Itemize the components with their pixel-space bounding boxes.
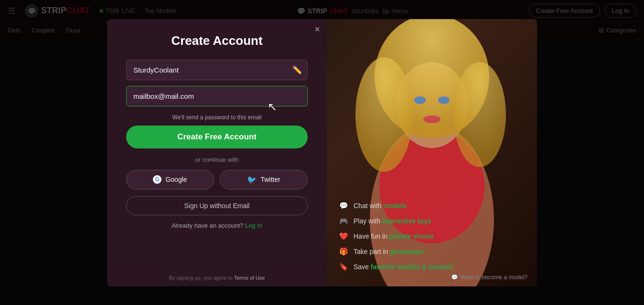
close-button[interactable]: × xyxy=(314,24,320,35)
svg-point-7 xyxy=(438,96,450,104)
feature-item: 🎮 Play with interactive toys xyxy=(338,216,526,226)
username-group: ✏️ xyxy=(126,60,308,80)
social-buttons: G Google 🐦 Twitter xyxy=(126,170,308,189)
svg-point-6 xyxy=(414,96,426,104)
svg-point-5 xyxy=(453,62,506,167)
feature-icon: ❤️ xyxy=(338,231,349,242)
feature-highlight: interactive toys xyxy=(382,217,431,225)
username-input[interactable] xyxy=(126,60,308,80)
feature-item: 🔖 Save favorite models & content xyxy=(338,262,526,272)
feature-icon: 🎮 xyxy=(338,216,349,226)
terms-prefix: By signing up, you agree to xyxy=(169,275,233,281)
twitter-icon: 🐦 xyxy=(247,175,257,184)
twitter-signup-button[interactable]: 🐦 Twitter xyxy=(220,170,308,189)
wand-icon: ✏️ xyxy=(292,65,302,74)
login-link-section: Already have an account? Log In xyxy=(172,222,262,229)
feature-text: Save favorite models & content xyxy=(354,263,453,271)
feature-item: ❤️ Have fun in private shows xyxy=(338,231,526,242)
feature-highlight: favorite models & content xyxy=(371,263,453,271)
terms-text: By signing up, you agree to Terms of Use xyxy=(169,275,265,281)
modal: × Create Account ✏️ We'll send a passwor… xyxy=(107,19,537,286)
feature-item: 💬 Chat with models xyxy=(338,200,526,211)
feature-highlight: models xyxy=(383,202,407,210)
login-link[interactable]: Log In xyxy=(245,222,262,229)
svg-point-8 xyxy=(423,116,440,123)
modal-title: Create Account xyxy=(171,33,262,48)
twitter-label: Twitter xyxy=(260,176,280,183)
feature-text: Play with interactive toys xyxy=(354,217,431,225)
feature-highlight: giveaways xyxy=(390,248,423,255)
feature-highlight: private shows xyxy=(389,232,434,240)
feature-icon: 🎁 xyxy=(338,246,349,257)
feature-text: Have fun in private shows xyxy=(354,232,434,240)
google-label: Google xyxy=(165,176,187,183)
modal-form-panel: × Create Account ✏️ We'll send a passwor… xyxy=(107,19,327,286)
email-hint: We'll send a password to this email xyxy=(126,114,308,121)
email-group xyxy=(126,86,308,106)
create-account-button[interactable]: Create Free Account xyxy=(126,126,308,148)
feature-icon: 🔖 xyxy=(338,262,349,272)
feature-text: Chat with models xyxy=(354,202,407,210)
google-icon: G xyxy=(153,175,161,184)
modal-image-panel: 💬 Chat with models 🎮 Play with interacti… xyxy=(327,19,537,286)
feature-text: Take part in giveaways xyxy=(354,248,423,255)
feature-item: 🎁 Take part in giveaways xyxy=(338,246,526,257)
already-account-text: Already have an account? xyxy=(172,222,243,229)
or-text: or continue with xyxy=(195,156,238,163)
email-input[interactable] xyxy=(126,86,308,106)
feature-icon: 💬 xyxy=(338,200,349,211)
terms-link[interactable]: Terms of Use xyxy=(234,275,265,281)
svg-point-4 xyxy=(355,57,413,172)
features-list: 💬 Chat with models 🎮 Play with interacti… xyxy=(338,200,526,277)
sign-up-without-email-button[interactable]: Sign Up without Email xyxy=(126,196,308,215)
google-signup-button[interactable]: G Google xyxy=(126,170,214,189)
